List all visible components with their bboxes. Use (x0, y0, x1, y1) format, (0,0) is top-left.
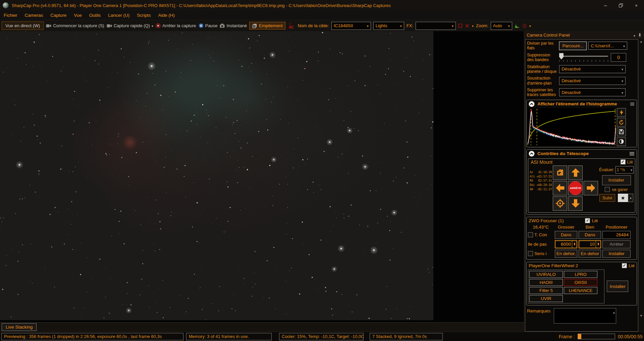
menu-bar: Fichier Cameras Capture Vue Outils Lance… (0, 11, 644, 20)
background-subtract-combo[interactable]: Désactivé (559, 77, 626, 85)
chevron-down-icon[interactable] (152, 23, 153, 28)
histogram-peak-icon[interactable] (515, 23, 520, 28)
focuser-install-button[interactable]: Installer (602, 250, 631, 258)
selection-rect-icon[interactable] (458, 23, 463, 28)
menu-aide[interactable]: Aide (H) (154, 13, 178, 18)
filter-button-haoiii[interactable]: HAOIII (529, 279, 563, 286)
menu-hamburger-icon[interactable] (630, 102, 635, 106)
stabilization-combo[interactable]: Désactivé (559, 65, 626, 73)
fx-label: FX: (407, 23, 413, 28)
notes-input[interactable] (554, 308, 616, 324)
focus-in-coarse-button[interactable]: Dans (555, 231, 577, 239)
fine-step-spinner[interactable]: 10 ▲▼ (579, 240, 601, 248)
filter-button-uviralo[interactable]: UVIRALO (529, 271, 563, 278)
focus-in-fine-button[interactable]: Dans (579, 231, 601, 239)
coarse-step-spinner[interactable]: 6000 ▲▼ (555, 240, 577, 248)
quick-capture-button[interactable]: Capture rapide (Q) (107, 23, 153, 28)
slew-down-button[interactable] (568, 196, 583, 211)
mount-install-button[interactable]: Installer (602, 175, 631, 185)
pause-button[interactable]: Pause (199, 23, 218, 28)
target-name-combo[interactable]: IC1848SII (331, 22, 371, 30)
chevron-down-icon[interactable] (529, 23, 531, 28)
rate-combo[interactable]: 1 °/s (615, 166, 634, 174)
filter-button-lhenance[interactable]: LHENANCE (564, 287, 597, 294)
scroll-down-icon[interactable]: ▾ (640, 314, 642, 318)
collapse-panel-icon[interactable] (634, 32, 635, 38)
live-stack-button[interactable]: Empilement (249, 22, 285, 30)
banding-slider[interactable] (559, 53, 608, 62)
menu-fichier[interactable]: Fichier (0, 13, 21, 18)
menu-cameras[interactable]: Cameras (21, 13, 47, 18)
spinner-arrows-icon[interactable]: ▲▼ (572, 241, 577, 248)
main-toolbar: Vue en direct (W) Commencer la capture (… (0, 20, 644, 31)
histogram-section: Afficher l'étirement de l'histogramme (526, 100, 637, 147)
clear-selection-icon[interactable] (465, 23, 470, 28)
menu-capture[interactable]: Capture (47, 13, 70, 18)
stack-icon (252, 23, 257, 28)
filter-button-lpro[interactable]: LPRO (564, 271, 597, 278)
snapshot-camera-icon (220, 23, 225, 28)
tracking-button[interactable]: Suivi (599, 194, 615, 202)
scroll-up-icon[interactable]: ▴ (640, 40, 642, 43)
satellite-trails-combo[interactable]: Désactivé (559, 88, 626, 96)
spinner-arrows-icon[interactable]: ▲▼ (596, 241, 600, 248)
reset-stretch-button[interactable] (617, 118, 626, 127)
close-button[interactable]: × (629, 0, 644, 11)
spiral-search-button[interactable] (553, 165, 567, 180)
stop-capture-button[interactable]: Arrêter la capture (156, 23, 196, 28)
slider-thumb[interactable] (559, 53, 564, 59)
chevron-down-icon (630, 195, 632, 201)
mount-linked-checkbox[interactable] (621, 159, 626, 164)
panel-scrollbar[interactable]: ▴ ▾ (638, 39, 644, 332)
auto-stretch-button[interactable] (617, 108, 626, 117)
chevron-down-icon (508, 23, 510, 28)
temp-comp-label: T. Con (534, 232, 547, 237)
focus-out-fine-button[interactable]: En dehor (579, 250, 601, 258)
park-checkbox[interactable] (605, 187, 610, 192)
focuser-stop-button[interactable]: Arrêter (602, 240, 631, 248)
reverse-checkbox[interactable] (528, 251, 533, 256)
live-view-button[interactable]: Vue en direct (W) (2, 21, 44, 30)
menu-lancer[interactable]: Lancer (U) (104, 13, 133, 18)
scroll-up-icon[interactable] (613, 309, 615, 315)
stop-slew-button[interactable]: ARRÊTE (568, 181, 583, 195)
slew-up-button[interactable] (568, 165, 583, 180)
live-image-view[interactable] (0, 31, 433, 320)
filterwheel-install-button[interactable]: Installer (607, 281, 628, 292)
zoom-combo[interactable]: Auto (491, 22, 512, 30)
collapse-section-icon[interactable] (529, 151, 535, 157)
restore-button[interactable] (613, 0, 629, 11)
menu-vue[interactable]: Vue (70, 13, 86, 18)
banding-value[interactable]: 0 (611, 53, 626, 62)
menu-hamburger-icon[interactable] (629, 152, 635, 156)
save-stretch-button[interactable] (617, 128, 626, 136)
focuser-linked-checkbox[interactable] (585, 218, 590, 223)
menu-outils[interactable]: Outils (86, 13, 105, 18)
fx-combo[interactable] (416, 22, 456, 30)
focuser-position-value[interactable]: 26484 (602, 231, 631, 239)
browse-flats-button[interactable]: Parcourir... (559, 42, 587, 50)
collapse-section-icon[interactable] (529, 101, 535, 107)
pin-icon[interactable] (638, 33, 642, 38)
filter-button-uvir[interactable]: UVIR (529, 295, 563, 302)
apply-stretch-button[interactable] (617, 137, 626, 146)
reticle-icon[interactable] (522, 23, 527, 28)
slew-left-button[interactable] (553, 181, 567, 195)
flats-path-combo[interactable]: C:\Users\f... (588, 42, 627, 50)
slew-right-button[interactable] (584, 181, 598, 195)
temp-comp-checkbox[interactable] (528, 232, 533, 237)
snapshot-button[interactable]: Instantané (220, 23, 247, 28)
filter-button-filter5[interactable]: Filter 5 (529, 287, 563, 294)
bottom-tab-bar: Live Stacking (0, 322, 524, 332)
focus-out-coarse-button[interactable]: En dehor. (555, 250, 577, 258)
filterwheel-linked-checkbox[interactable] (622, 263, 627, 268)
minimize-button[interactable]: ─ (598, 0, 613, 11)
menu-scripts[interactable]: Scripts (133, 13, 154, 18)
tab-live-stacking[interactable]: Live Stacking (2, 323, 37, 331)
goto-target-button[interactable] (553, 196, 567, 211)
chevron-down-icon[interactable] (472, 23, 474, 28)
filter-button-oiiisii[interactable]: OIIISII (564, 279, 597, 286)
start-capture-button[interactable]: Commencer la capture (S) (46, 23, 104, 28)
frame-type-combo[interactable]: Lights (373, 22, 404, 30)
goto-star-combo[interactable] (618, 194, 633, 202)
